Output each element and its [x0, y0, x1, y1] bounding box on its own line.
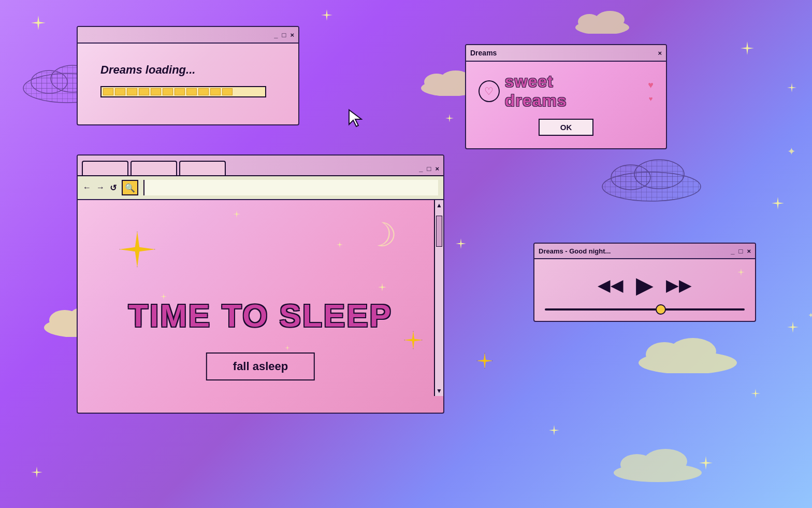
star-decoration	[456, 238, 466, 249]
svg-point-22	[644, 449, 687, 474]
sweet-dreams-row: ♡ sweet dreams	[479, 72, 617, 110]
progress-block	[139, 88, 149, 95]
browser-window-controls: _ □ ×	[419, 165, 439, 175]
nav-forward-btn[interactable]: →	[96, 183, 105, 192]
loading-minimize-btn[interactable]: _	[274, 32, 278, 38]
loading-close-btn[interactable]: ×	[290, 32, 294, 38]
media-rewind-btn[interactable]: ◀◀	[598, 275, 624, 295]
media-controls-area: ◀◀ ▶ ▶▶	[534, 259, 755, 306]
scroll-up-arrow[interactable]: ▲	[435, 200, 443, 210]
loading-window-titlebar: _ □ ×	[78, 27, 298, 44]
cloud-right-bottom	[636, 332, 740, 373]
browser-maximize-btn[interactable]: □	[427, 165, 431, 172]
media-maximize-btn[interactable]: □	[739, 248, 743, 255]
sparkle-browser	[378, 283, 386, 291]
grid-cloud-topright	[600, 150, 703, 202]
progress-block	[103, 88, 113, 95]
browser-window: _ □ × ← → ↺ 🔍 ☽ TIME TO SLEEP fall aslee…	[77, 154, 444, 414]
media-minimize-btn[interactable]: _	[731, 248, 734, 255]
time-to-sleep-text: TIME TO SLEEP	[78, 297, 443, 334]
fall-asleep-button[interactable]: fall asleep	[206, 352, 315, 380]
cloud-topright	[574, 10, 631, 34]
progress-block	[151, 88, 161, 95]
progress-bar	[100, 86, 266, 97]
dreams-dialog: Dreams × ♡ sweet dreams ♥ ♥ OK	[465, 44, 667, 149]
right-hearts: ♥ ♥	[648, 80, 654, 103]
star-decoration	[741, 41, 754, 55]
sparkle-browser	[233, 210, 240, 218]
browser-tabs-bar: _ □ ×	[78, 156, 443, 176]
media-slider-area	[534, 306, 755, 321]
address-input[interactable]	[143, 180, 438, 195]
sparkle: ✦	[808, 311, 812, 319]
media-close-btn[interactable]: ×	[747, 248, 751, 255]
progress-block	[198, 88, 209, 95]
nav-refresh-btn[interactable]: ↺	[110, 183, 117, 193]
progress-block	[127, 88, 137, 95]
star-decoration	[787, 321, 799, 333]
scroll-down-arrow[interactable]: ▼	[435, 386, 443, 396]
browser-close-btn[interactable]: ×	[435, 165, 439, 172]
loading-window-controls: _ □ ×	[274, 32, 294, 38]
browser-tab-3[interactable]	[179, 161, 226, 175]
sweet-dreams-text: sweet dreams	[505, 72, 617, 110]
progress-fill	[103, 88, 233, 95]
progress-block	[163, 88, 173, 95]
star-decoration	[445, 114, 454, 122]
star-decoration	[31, 16, 46, 30]
media-player-controls: _ □ ×	[731, 248, 751, 255]
sparkle-browser	[285, 345, 290, 350]
star-decoration	[772, 197, 784, 209]
star-decoration	[321, 9, 332, 21]
scrollbar[interactable]: ▲ ▼	[434, 200, 443, 396]
dreams-close-btn[interactable]: ×	[658, 50, 662, 57]
mouse-cursor	[348, 109, 363, 130]
loading-window: _ □ × Dreams loading...	[77, 26, 299, 125]
heart-icon-circle: ♡	[479, 80, 500, 102]
dreams-dialog-title: Dreams	[470, 49, 658, 57]
heart-deco-1: ♥	[648, 80, 654, 91]
media-player-window: Dreams - Good night... _ □ × ◀◀ ▶ ▶▶	[533, 243, 756, 322]
sparkle: ✦	[787, 145, 796, 158]
progress-block	[186, 88, 197, 95]
star-decoration	[751, 389, 760, 398]
cloud-bottom	[611, 446, 704, 482]
browser-tab-2[interactable]	[130, 161, 177, 175]
scroll-track	[435, 210, 443, 386]
svg-point-12	[670, 338, 716, 365]
progress-block	[222, 88, 233, 95]
media-slider-thumb[interactable]	[656, 304, 666, 315]
dreams-dialog-body: ♡ sweet dreams ♥ ♥ OK	[466, 62, 666, 148]
star-decoration	[549, 425, 559, 435]
big-star-browser	[119, 231, 155, 267]
media-play-btn[interactable]: ▶	[636, 272, 654, 298]
ok-button[interactable]: OK	[539, 119, 594, 136]
nav-back-btn[interactable]: ←	[83, 183, 91, 192]
progress-block	[115, 88, 125, 95]
search-icon-box[interactable]: 🔍	[122, 180, 138, 195]
browser-content: ☽ TIME TO SLEEP fall asleep ▲ ▼	[78, 200, 443, 396]
browser-minimize-btn[interactable]: _	[419, 165, 423, 172]
media-slider-track[interactable]	[545, 308, 745, 311]
star-decoration	[787, 83, 796, 92]
dreams-dialog-controls: ×	[658, 50, 662, 57]
media-forward-btn[interactable]: ▶▶	[666, 275, 692, 295]
loading-maximize-btn[interactable]: □	[282, 32, 286, 38]
browser-tab-1[interactable]	[82, 161, 128, 175]
search-icon: 🔍	[125, 183, 135, 193]
progress-block	[210, 88, 221, 95]
browser-addressbar: ← → ↺ 🔍	[78, 176, 443, 200]
sparkle-browser	[337, 242, 343, 248]
media-player-title: Dreams - Good night...	[539, 247, 731, 255]
svg-point-5	[634, 160, 684, 189]
star-decoration	[31, 467, 42, 478]
heart-icon: ♡	[484, 85, 494, 97]
dreams-dialog-titlebar: Dreams ×	[466, 45, 666, 62]
svg-marker-19	[349, 110, 361, 126]
star-decoration-large	[476, 352, 493, 369]
svg-point-25	[596, 11, 625, 29]
heart-deco-2: ♥	[649, 95, 653, 103]
scroll-thumb[interactable]	[436, 216, 442, 247]
media-player-titlebar: Dreams - Good night... _ □ ×	[534, 244, 755, 259]
moon-icon: ☽	[364, 214, 400, 257]
